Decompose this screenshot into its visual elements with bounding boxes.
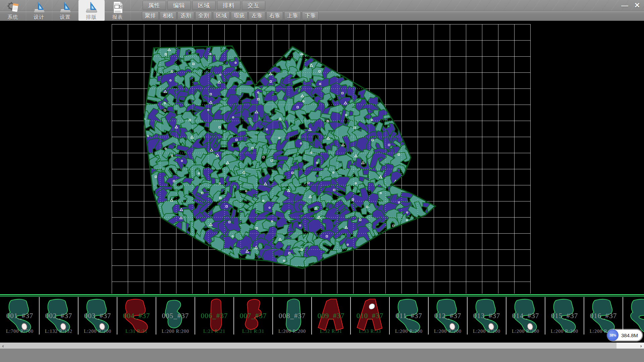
piece-thumbnail-partial[interactable] <box>623 297 644 335</box>
teal-piece-shape <box>1 297 40 335</box>
memory-usage-label: 384.8M <box>621 333 638 338</box>
teal-piece-shape <box>390 297 429 335</box>
set-square-icon <box>33 1 46 14</box>
red-piece-shape <box>234 297 273 335</box>
tool-button-上靠[interactable]: 上靠 <box>284 11 301 20</box>
ribbon-button-系统[interactable]: 系统 <box>0 0 26 21</box>
tool-button-选割[interactable]: 选割 <box>177 11 194 20</box>
tool-button-聚排[interactable]: 聚排 <box>142 11 159 20</box>
ribbon-button-label: 排版 <box>86 14 97 20</box>
teal-piece-shape <box>468 297 506 335</box>
piece-thumbnail-009_#37[interactable]: 009_#37L:32 R:31 <box>312 297 351 335</box>
piece-thumbnail-007_#37[interactable]: 007_#37L:31 R:31 <box>234 297 273 335</box>
menu-tab-排料[interactable]: 排料 <box>217 1 240 10</box>
piece-thumbnail-011_#37[interactable]: 011_#37L:200 R:200 <box>390 297 429 335</box>
piece-thumbnail-013_#37[interactable]: 013_#37L:200 R:200 <box>468 297 506 335</box>
teal-piece-shape <box>429 297 468 335</box>
red-piece-shape <box>195 297 234 335</box>
ribbon-button-label: 设计 <box>34 14 45 20</box>
progress-percent-badge[interactable]: 38% <box>607 329 619 341</box>
piece-thumbnail-008_#37[interactable]: 008_#37L:200 R:200 <box>273 297 312 335</box>
ribbon-button-label: 设置 <box>60 14 71 20</box>
set-square-icon <box>85 1 98 14</box>
report-doc-icon <box>111 1 124 14</box>
piece-thumbnail-002_#37[interactable]: 002_#37L:132 R:132 <box>40 297 78 335</box>
scroll-right-arrow-icon[interactable]: › <box>638 343 644 349</box>
teal-piece-shape <box>156 297 195 335</box>
piece-thumbnail-010_#37[interactable]: 010_#37L:33 R:33 <box>351 297 390 335</box>
tool-button-下靠[interactable]: 下靠 <box>302 11 319 20</box>
nesting-canvas[interactable] <box>0 21 644 294</box>
ribbon-button-label: 报表 <box>112 14 123 20</box>
menu-tab-属性[interactable]: 属性 <box>143 1 166 10</box>
ribbon-button-label: 系统 <box>8 14 18 20</box>
teal-piece-shape <box>623 297 644 335</box>
tool-button-瑕疵[interactable]: 瑕疵 <box>231 11 248 20</box>
tool-button-全割[interactable]: 全割 <box>195 11 212 20</box>
tool-button-左靠[interactable]: 左靠 <box>249 11 265 20</box>
tool-button-相机[interactable]: 相机 <box>160 11 176 20</box>
minimize-button[interactable]: — <box>619 0 631 10</box>
piece-thumbnail-012_#37[interactable]: 012_#37L:200 R:200 <box>429 297 468 335</box>
red-piece-shape <box>312 297 351 335</box>
piece-thumbnail-015_#37[interactable]: 015_#37L:200 R:200 <box>545 297 584 335</box>
piece-thumbnail-003_#37[interactable]: 003_#37L:200 R:200 <box>78 297 117 335</box>
ribbon-button-设置[interactable]: 设置 <box>52 0 78 21</box>
menu-tab-bar: 属性编辑区域排料交互 <box>143 1 265 10</box>
piece-thumbnail-list: 001_#37L:700 R:700 002_#37L:132 R:132 00… <box>1 297 644 335</box>
red-piece-shape <box>117 297 156 335</box>
tool-button-区域[interactable]: 区域 <box>213 11 230 20</box>
piece-thumbnail-014_#37[interactable]: 014_#37L:200 R:200 <box>506 297 545 335</box>
teal-piece-shape <box>78 297 117 335</box>
teal-piece-shape <box>40 297 78 335</box>
memory-status-badge[interactable]: 38% 384.8M <box>608 330 642 341</box>
ribbon-button-设计[interactable]: 设计 <box>26 0 52 21</box>
window-controls: — ✕ <box>619 0 643 10</box>
ribbon-button-排版[interactable]: 排版 <box>78 0 105 21</box>
scrollbar-thumb[interactable] <box>0 343 616 349</box>
piece-thumbnail-005_#37[interactable]: 005_#37L:200 R:200 <box>156 297 195 335</box>
tool-button-bar: 聚排相机选割全割区域瑕疵左靠右靠上靠下靠 <box>142 11 319 20</box>
piece-thumbnail-004_#37[interactable]: 004_#37L:31 R:31 <box>117 297 156 335</box>
status-bar <box>0 349 644 362</box>
nesting-workspace <box>0 21 644 294</box>
scroll-left-arrow-icon[interactable]: ‹ <box>0 343 6 349</box>
gear-notepad-icon <box>6 1 20 14</box>
teal-piece-shape <box>273 297 312 335</box>
ribbon-button-bar: 系统 设计 设置 排版 报表 <box>0 0 131 21</box>
teal-piece-shape <box>584 297 623 335</box>
set-square-icon <box>59 1 72 14</box>
menu-tab-区域[interactable]: 区域 <box>192 1 216 10</box>
piece-thumbnail-strip: 001_#37L:700 R:700 002_#37L:132 R:132 00… <box>0 294 644 338</box>
menu-tab-交互[interactable]: 交互 <box>242 1 265 10</box>
close-button[interactable]: ✕ <box>631 0 643 10</box>
title-bar: 系统 设计 设置 排版 报表 属性编辑区域排料交互 聚排相机选割全割区域瑕疵左靠… <box>0 0 644 21</box>
horizontal-scrollbar[interactable]: ‹ › <box>0 343 644 349</box>
teal-piece-shape <box>545 297 584 335</box>
red-piece-shape <box>351 297 390 335</box>
tool-button-右靠[interactable]: 右靠 <box>266 11 283 20</box>
teal-piece-shape <box>506 297 545 335</box>
piece-thumbnail-006_#37[interactable]: 006_#37L:21 R:21 <box>195 297 234 335</box>
piece-thumbnail-001_#37[interactable]: 001_#37L:700 R:700 <box>1 297 40 335</box>
piece-thumbnail-016_#37[interactable]: 016_#37L:200 R:200 <box>584 297 623 335</box>
menu-tab-编辑[interactable]: 编辑 <box>167 1 191 10</box>
ribbon-button-报表[interactable]: 报表 <box>105 0 131 21</box>
